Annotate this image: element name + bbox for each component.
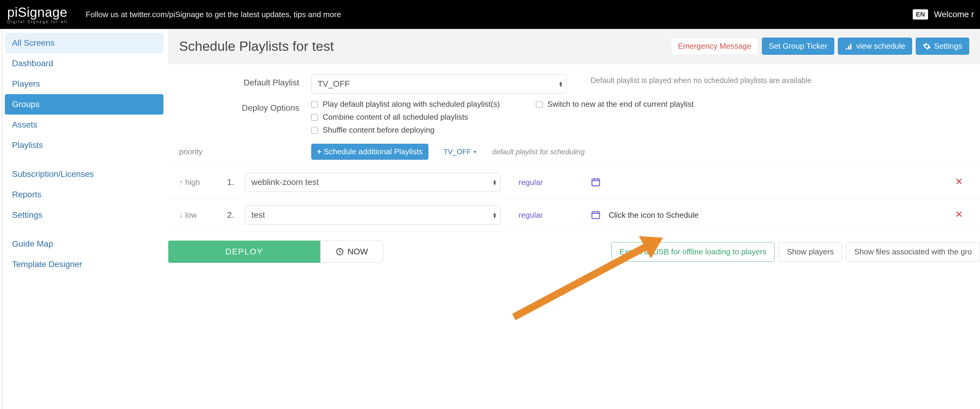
main-content: Schedule Playlists for test Emergency Me… bbox=[168, 29, 980, 278]
sidebar-item-groups[interactable]: Groups bbox=[5, 94, 164, 115]
sidebar-item-dashboard[interactable]: Dashboard bbox=[5, 53, 164, 73]
default-playlist-hint: Default playlist is played when no sched… bbox=[591, 74, 811, 85]
sidebar-item-assets[interactable]: Assets bbox=[5, 115, 164, 135]
export-usb-button[interactable]: Export to USB for offline loading to pla… bbox=[611, 242, 775, 262]
deploy-options-label: Deploy Options bbox=[179, 99, 311, 113]
calendar-button-1[interactable] bbox=[591, 177, 609, 188]
opt-combine-checkbox[interactable] bbox=[311, 114, 318, 121]
schedule-type-2[interactable]: regular bbox=[519, 211, 591, 220]
select-caret-icon: ▴▾ bbox=[493, 212, 496, 218]
calendar-icon bbox=[591, 209, 601, 220]
logo[interactable]: piSignage Digital Signage for all bbox=[7, 5, 68, 24]
opt-shuffle-checkbox[interactable] bbox=[311, 127, 318, 134]
default-playlist-label: Default Playlist bbox=[179, 74, 311, 88]
chart-icon bbox=[845, 42, 853, 51]
gear-icon bbox=[923, 42, 931, 51]
priority-label: priority bbox=[179, 147, 311, 157]
schedule-row: ↓ low 2. test ▴▾ regular Click the icon … bbox=[168, 199, 980, 232]
schedule-additional-label: Schedule additional Playlists bbox=[324, 147, 423, 156]
select-caret-icon: ▴▾ bbox=[493, 179, 496, 185]
calendar-button-2[interactable] bbox=[591, 209, 609, 221]
svg-rect-1 bbox=[592, 212, 600, 219]
opt-combine[interactable]: Combine content of all scheduled playlis… bbox=[311, 112, 969, 122]
page-header: Schedule Playlists for test Emergency Me… bbox=[168, 29, 980, 64]
deploy-now-button[interactable]: NOW bbox=[320, 241, 383, 263]
default-playlist-select[interactable]: TV_OFF ▴▾ bbox=[311, 74, 566, 94]
settings-button[interactable]: Settings bbox=[916, 38, 969, 55]
show-files-button[interactable]: Show files associated with the gro bbox=[846, 242, 980, 262]
topbar: piSignage Digital Signage for all Follow… bbox=[0, 0, 980, 29]
sidebar-item-guide-map[interactable]: Guide Map bbox=[5, 234, 164, 254]
opt-shuffle[interactable]: Shuffle content before deploying bbox=[311, 125, 969, 135]
plus-icon: + bbox=[317, 147, 321, 156]
now-label: NOW bbox=[348, 247, 368, 257]
priority-high: ↑ high bbox=[179, 178, 227, 187]
caret-down-icon: ▼ bbox=[473, 149, 477, 154]
playlist-select-2[interactable]: test ▴▾ bbox=[245, 205, 501, 225]
opt-switch-new[interactable]: Switch to new at the end of current play… bbox=[536, 99, 694, 109]
sidebar-item-all-screens[interactable]: All Screens bbox=[5, 33, 164, 53]
priority-low: ↓ low bbox=[179, 211, 227, 220]
view-schedule-button[interactable]: view schedule bbox=[838, 38, 912, 55]
sidebar-item-reports[interactable]: Reports bbox=[5, 184, 164, 205]
sidebar-item-template-designer[interactable]: Template Designer bbox=[5, 254, 164, 275]
topbar-follow-msg: Follow us at twitter.com/piSignage to ge… bbox=[86, 10, 341, 19]
default-schedule-dropdown[interactable]: TV_OFF ▼ bbox=[444, 148, 477, 156]
schedule-hint-2: Click the icon to Schedule bbox=[609, 211, 955, 220]
sidebar-item-players[interactable]: Players bbox=[5, 73, 164, 94]
close-icon bbox=[955, 177, 963, 185]
playlist-select-1[interactable]: weblink-zoom test ▴▾ bbox=[245, 173, 501, 192]
show-players-button[interactable]: Show players bbox=[779, 242, 842, 262]
deploy-button[interactable]: DEPLOY bbox=[168, 241, 320, 263]
delete-row-2[interactable] bbox=[955, 210, 963, 220]
row-number: 1. bbox=[227, 177, 245, 187]
sidebar-item-settings[interactable]: Settings bbox=[5, 205, 164, 225]
sidebar-item-subscription[interactable]: Subscription/Licenses bbox=[5, 164, 164, 184]
page-title: Schedule Playlists for test bbox=[179, 38, 334, 54]
row-number: 2. bbox=[227, 210, 245, 220]
playlist-value-2: test bbox=[251, 210, 265, 220]
default-playlist-value: TV_OFF bbox=[318, 79, 350, 89]
opt-play-default[interactable]: Play default playlist along with schedul… bbox=[311, 99, 500, 109]
welcome-text[interactable]: Welcome r bbox=[934, 10, 974, 19]
calendar-icon bbox=[591, 177, 601, 187]
delete-row-1[interactable] bbox=[955, 177, 963, 188]
set-group-ticker-button[interactable]: Set Group Ticker bbox=[762, 38, 834, 55]
sidebar: All Screens Dashboard Players Groups Ass… bbox=[0, 29, 168, 278]
schedule-type-1[interactable]: regular bbox=[519, 178, 591, 187]
svg-rect-0 bbox=[592, 179, 600, 186]
schedule-additional-button[interactable]: + Schedule additional Playlists bbox=[311, 144, 428, 160]
opt-play-default-checkbox[interactable] bbox=[311, 101, 318, 108]
close-icon bbox=[955, 210, 963, 218]
emergency-message-button[interactable]: Emergency Message bbox=[671, 38, 758, 55]
settings-label: Settings bbox=[934, 42, 962, 51]
playlist-value-1: weblink-zoom test bbox=[251, 177, 319, 187]
language-badge[interactable]: EN bbox=[913, 9, 928, 19]
clock-icon bbox=[336, 248, 344, 256]
select-caret-icon: ▴▾ bbox=[559, 81, 562, 87]
default-schedule-hint: default playlist for scheduling bbox=[492, 148, 585, 156]
sidebar-item-playlists[interactable]: Playlists bbox=[5, 135, 164, 155]
schedule-row: ↑ high 1. weblink-zoom test ▴▾ regular bbox=[168, 166, 980, 199]
opt-switch-new-checkbox[interactable] bbox=[536, 101, 542, 108]
logo-tagline: Digital Signage for all bbox=[7, 19, 68, 24]
logo-text: piSignage bbox=[7, 5, 68, 20]
vertical-divider bbox=[2, 0, 2, 409]
view-schedule-label: view schedule bbox=[856, 42, 905, 51]
